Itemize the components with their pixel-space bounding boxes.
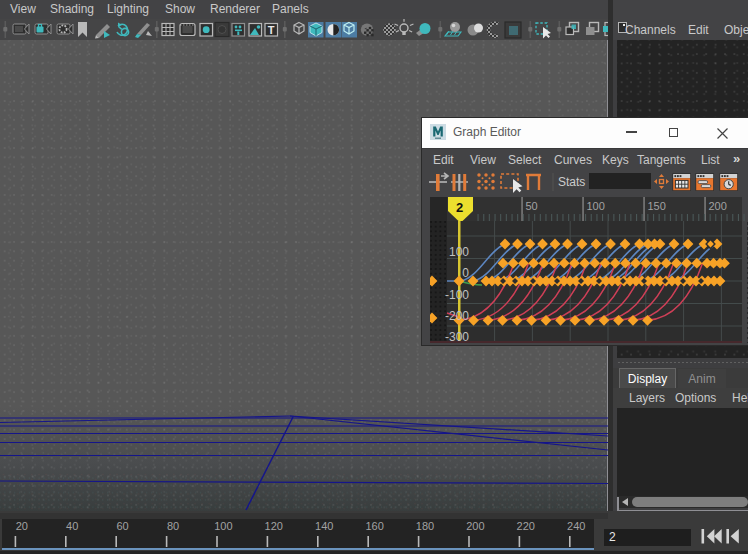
svg-text:140: 140 (315, 520, 333, 532)
svg-text:2: 2 (456, 200, 463, 215)
svg-text:50: 50 (525, 200, 537, 212)
svg-text:-200: -200 (445, 309, 469, 323)
svg-text:-100: -100 (445, 288, 469, 302)
svg-text:Stats: Stats (558, 175, 585, 189)
svg-text:100: 100 (586, 200, 604, 212)
svg-text:100: 100 (449, 245, 469, 259)
svg-text:150: 150 (647, 200, 665, 212)
svg-text:240: 240 (567, 520, 585, 532)
svg-text:40: 40 (66, 520, 78, 532)
svg-text:180: 180 (416, 520, 434, 532)
svg-text:60: 60 (116, 520, 128, 532)
svg-text:220: 220 (517, 520, 535, 532)
svg-text:160: 160 (365, 520, 383, 532)
svg-text:200: 200 (708, 200, 726, 212)
svg-text:120: 120 (265, 520, 283, 532)
svg-text:200: 200 (466, 520, 484, 532)
svg-text:80: 80 (167, 520, 179, 532)
svg-text:0: 0 (462, 266, 469, 280)
svg-text:20: 20 (16, 520, 28, 532)
svg-text:100: 100 (214, 520, 232, 532)
